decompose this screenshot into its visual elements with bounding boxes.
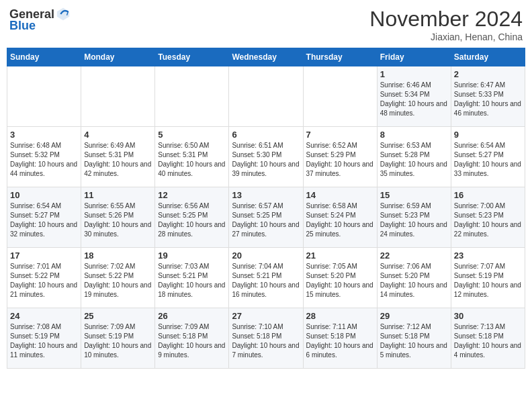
day-number: 18 bbox=[84, 250, 152, 261]
calendar-cell: 19Sunrise: 7:03 AM Sunset: 5:21 PM Dayli… bbox=[155, 248, 229, 308]
day-number: 13 bbox=[232, 190, 300, 200]
calendar-title: November 2024 bbox=[369, 7, 523, 32]
day-info: Sunrise: 7:05 AM Sunset: 5:20 PM Dayligh… bbox=[306, 262, 374, 300]
day-info: Sunrise: 7:07 AM Sunset: 5:19 PM Dayligh… bbox=[454, 262, 522, 300]
calendar-cell: 16Sunrise: 7:00 AM Sunset: 5:23 PM Dayli… bbox=[451, 187, 525, 248]
day-number: 28 bbox=[306, 311, 374, 321]
day-info: Sunrise: 6:49 AM Sunset: 5:31 PM Dayligh… bbox=[84, 141, 152, 179]
calendar-cell bbox=[303, 66, 377, 127]
calendar-week-row: 17Sunrise: 7:01 AM Sunset: 5:22 PM Dayli… bbox=[7, 248, 525, 308]
day-number: 26 bbox=[158, 311, 226, 321]
calendar-cell: 9Sunrise: 6:54 AM Sunset: 5:27 PM Daylig… bbox=[451, 127, 525, 187]
calendar-week-row: 10Sunrise: 6:54 AM Sunset: 5:27 PM Dayli… bbox=[7, 187, 525, 248]
calendar-cell: 6Sunrise: 6:51 AM Sunset: 5:30 PM Daylig… bbox=[229, 127, 303, 187]
day-number: 14 bbox=[306, 190, 374, 200]
calendar-cell: 29Sunrise: 7:12 AM Sunset: 5:18 PM Dayli… bbox=[377, 308, 451, 369]
day-number: 30 bbox=[454, 311, 522, 321]
weekday-header-friday: Friday bbox=[377, 48, 451, 66]
calendar-cell: 24Sunrise: 7:08 AM Sunset: 5:19 PM Dayli… bbox=[7, 308, 81, 369]
day-info: Sunrise: 6:48 AM Sunset: 5:32 PM Dayligh… bbox=[10, 141, 78, 179]
day-number: 7 bbox=[306, 130, 374, 140]
day-number: 16 bbox=[454, 190, 522, 200]
calendar-cell bbox=[81, 66, 155, 127]
day-number: 27 bbox=[232, 311, 300, 321]
day-number: 23 bbox=[454, 250, 522, 261]
calendar-subtitle: Jiaxian, Henan, China bbox=[369, 32, 523, 42]
calendar-cell: 21Sunrise: 7:05 AM Sunset: 5:20 PM Dayli… bbox=[303, 248, 377, 308]
day-number: 6 bbox=[232, 130, 300, 140]
weekday-header-saturday: Saturday bbox=[451, 48, 525, 66]
calendar-cell: 12Sunrise: 6:56 AM Sunset: 5:25 PM Dayli… bbox=[155, 187, 229, 248]
day-number: 29 bbox=[380, 311, 448, 321]
day-info: Sunrise: 7:08 AM Sunset: 5:19 PM Dayligh… bbox=[10, 322, 78, 360]
calendar-cell: 5Sunrise: 6:50 AM Sunset: 5:31 PM Daylig… bbox=[155, 127, 229, 187]
day-number: 3 bbox=[10, 130, 78, 140]
day-info: Sunrise: 7:10 AM Sunset: 5:18 PM Dayligh… bbox=[232, 322, 300, 360]
weekday-header-monday: Monday bbox=[81, 48, 155, 66]
day-number: 11 bbox=[84, 190, 152, 200]
day-info: Sunrise: 6:51 AM Sunset: 5:30 PM Dayligh… bbox=[232, 141, 300, 179]
day-number: 19 bbox=[158, 250, 226, 261]
weekday-header-wednesday: Wednesday bbox=[229, 48, 303, 66]
logo-icon bbox=[56, 7, 71, 21]
day-number: 22 bbox=[380, 250, 448, 261]
calendar-cell: 10Sunrise: 6:54 AM Sunset: 5:27 PM Dayli… bbox=[7, 187, 81, 248]
weekday-header-sunday: Sunday bbox=[7, 48, 81, 66]
weekday-header-thursday: Thursday bbox=[303, 48, 377, 66]
calendar-cell: 8Sunrise: 6:53 AM Sunset: 5:28 PM Daylig… bbox=[377, 127, 451, 187]
calendar-cell: 26Sunrise: 7:09 AM Sunset: 5:18 PM Dayli… bbox=[155, 308, 229, 369]
day-info: Sunrise: 7:02 AM Sunset: 5:22 PM Dayligh… bbox=[84, 262, 152, 300]
calendar-week-row: 3Sunrise: 6:48 AM Sunset: 5:32 PM Daylig… bbox=[7, 127, 525, 187]
day-info: Sunrise: 6:57 AM Sunset: 5:25 PM Dayligh… bbox=[232, 201, 300, 239]
calendar-cell bbox=[7, 66, 81, 127]
day-number: 15 bbox=[380, 190, 448, 200]
day-info: Sunrise: 7:00 AM Sunset: 5:23 PM Dayligh… bbox=[454, 201, 522, 239]
day-number: 4 bbox=[84, 130, 152, 140]
calendar-cell: 20Sunrise: 7:04 AM Sunset: 5:21 PM Dayli… bbox=[229, 248, 303, 308]
day-number: 9 bbox=[454, 130, 522, 140]
weekday-header-row: SundayMondayTuesdayWednesdayThursdayFrid… bbox=[7, 48, 525, 66]
calendar-cell: 28Sunrise: 7:11 AM Sunset: 5:18 PM Dayli… bbox=[303, 308, 377, 369]
day-info: Sunrise: 6:56 AM Sunset: 5:25 PM Dayligh… bbox=[158, 201, 226, 239]
calendar-cell: 22Sunrise: 7:06 AM Sunset: 5:20 PM Dayli… bbox=[377, 248, 451, 308]
day-info: Sunrise: 7:09 AM Sunset: 5:19 PM Dayligh… bbox=[84, 322, 152, 360]
day-info: Sunrise: 7:12 AM Sunset: 5:18 PM Dayligh… bbox=[380, 322, 448, 360]
day-info: Sunrise: 6:59 AM Sunset: 5:23 PM Dayligh… bbox=[380, 201, 448, 239]
calendar-cell: 15Sunrise: 6:59 AM Sunset: 5:23 PM Dayli… bbox=[377, 187, 451, 248]
day-number: 8 bbox=[380, 130, 448, 140]
calendar-week-row: 24Sunrise: 7:08 AM Sunset: 5:19 PM Dayli… bbox=[7, 308, 525, 369]
calendar-cell bbox=[229, 66, 303, 127]
day-info: Sunrise: 6:54 AM Sunset: 5:27 PM Dayligh… bbox=[10, 201, 78, 239]
calendar-cell: 2Sunrise: 6:47 AM Sunset: 5:33 PM Daylig… bbox=[451, 66, 525, 127]
calendar-cell: 4Sunrise: 6:49 AM Sunset: 5:31 PM Daylig… bbox=[81, 127, 155, 187]
day-info: Sunrise: 6:47 AM Sunset: 5:33 PM Dayligh… bbox=[454, 81, 522, 118]
weekday-header-tuesday: Tuesday bbox=[155, 48, 229, 66]
day-info: Sunrise: 7:04 AM Sunset: 5:21 PM Dayligh… bbox=[232, 262, 300, 300]
calendar-table: SundayMondayTuesdayWednesdayThursdayFrid… bbox=[7, 48, 525, 369]
calendar-cell bbox=[155, 66, 229, 127]
day-info: Sunrise: 6:53 AM Sunset: 5:28 PM Dayligh… bbox=[380, 141, 448, 179]
day-info: Sunrise: 6:58 AM Sunset: 5:24 PM Dayligh… bbox=[306, 201, 374, 239]
day-number: 5 bbox=[158, 130, 226, 140]
calendar-cell: 14Sunrise: 6:58 AM Sunset: 5:24 PM Dayli… bbox=[303, 187, 377, 248]
calendar-cell: 3Sunrise: 6:48 AM Sunset: 5:32 PM Daylig… bbox=[7, 127, 81, 187]
day-number: 1 bbox=[380, 69, 448, 79]
day-info: Sunrise: 6:52 AM Sunset: 5:29 PM Dayligh… bbox=[306, 141, 374, 179]
calendar-cell: 23Sunrise: 7:07 AM Sunset: 5:19 PM Dayli… bbox=[451, 248, 525, 308]
calendar-cell: 17Sunrise: 7:01 AM Sunset: 5:22 PM Dayli… bbox=[7, 248, 81, 308]
calendar-cell: 25Sunrise: 7:09 AM Sunset: 5:19 PM Dayli… bbox=[81, 308, 155, 369]
calendar-cell: 30Sunrise: 7:13 AM Sunset: 5:18 PM Dayli… bbox=[451, 308, 525, 369]
day-number: 21 bbox=[306, 250, 374, 261]
day-number: 25 bbox=[84, 311, 152, 321]
day-number: 20 bbox=[232, 250, 300, 261]
day-info: Sunrise: 6:55 AM Sunset: 5:26 PM Dayligh… bbox=[84, 201, 152, 239]
day-info: Sunrise: 7:01 AM Sunset: 5:22 PM Dayligh… bbox=[10, 262, 78, 300]
day-info: Sunrise: 6:50 AM Sunset: 5:31 PM Dayligh… bbox=[158, 141, 226, 179]
day-number: 17 bbox=[10, 250, 78, 261]
title-block: November 2024 Jiaxian, Henan, China bbox=[369, 7, 523, 42]
calendar-cell: 13Sunrise: 6:57 AM Sunset: 5:25 PM Dayli… bbox=[229, 187, 303, 248]
page-header: General Blue November 2024 Jiaxian, Hena… bbox=[7, 7, 525, 42]
day-info: Sunrise: 6:54 AM Sunset: 5:27 PM Dayligh… bbox=[454, 141, 522, 179]
day-info: Sunrise: 6:46 AM Sunset: 5:34 PM Dayligh… bbox=[380, 81, 448, 118]
day-info: Sunrise: 7:13 AM Sunset: 5:18 PM Dayligh… bbox=[454, 322, 522, 360]
